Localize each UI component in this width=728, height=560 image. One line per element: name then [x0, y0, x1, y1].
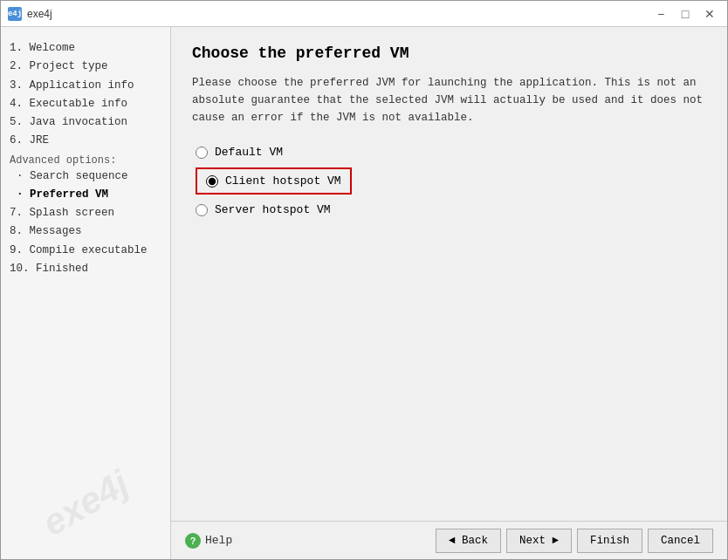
- radio-server-hotspot[interactable]: [196, 204, 208, 216]
- vm-radio-group: Default VM Client hotspot VM Server hots…: [192, 146, 706, 216]
- radio-option-client-hotspot[interactable]: Client hotspot VM: [196, 167, 352, 195]
- window-title: exe4j: [27, 8, 650, 20]
- finish-button[interactable]: Finish: [577, 529, 642, 553]
- sidebar-item-exec-info[interactable]: 4. Executable info: [10, 95, 161, 113]
- main-window: e4j exe4j − □ ✕ 1. Welcome 2. Project ty…: [0, 0, 728, 560]
- help-button[interactable]: ? Help: [185, 533, 232, 549]
- window-controls: − □ ✕: [650, 5, 720, 23]
- radio-option-server-hotspot[interactable]: Server hotspot VM: [196, 203, 706, 216]
- sidebar-item-splash[interactable]: 7. Splash screen: [10, 204, 161, 222]
- cancel-button[interactable]: Cancel: [648, 529, 713, 553]
- advanced-options-label: Advanced options:: [10, 154, 161, 167]
- app-icon: e4j: [8, 7, 22, 21]
- watermark: exe4j: [2, 443, 169, 559]
- back-button[interactable]: ◄ Back: [436, 529, 501, 553]
- sidebar-item-welcome[interactable]: 1. Welcome: [10, 39, 161, 58]
- page-description: Please choose the preferred JVM for laun…: [192, 74, 706, 126]
- help-icon: ?: [185, 533, 201, 549]
- content-area: Choose the preferred VM Please choose th…: [171, 27, 727, 521]
- sidebar-item-project-type[interactable]: 2. Project type: [10, 58, 161, 76]
- radio-label-server-hotspot: Server hotspot VM: [215, 203, 331, 216]
- radio-option-default-vm[interactable]: Default VM: [196, 146, 706, 159]
- sidebar-item-compile[interactable]: 9. Compile executable: [10, 242, 161, 260]
- icon-label: e4j: [8, 10, 22, 18]
- sidebar-item-app-info[interactable]: 3. Application info: [10, 77, 161, 95]
- page-title: Choose the preferred VM: [192, 44, 706, 62]
- footer-buttons: ◄ Back Next ► Finish Cancel: [436, 529, 713, 553]
- minimize-button[interactable]: −: [650, 5, 671, 23]
- sidebar-item-search-seq[interactable]: · Search sequence: [10, 167, 161, 186]
- sidebar: 1. Welcome 2. Project type 3. Applicatio…: [1, 27, 171, 559]
- main-content: 1. Welcome 2. Project type 3. Applicatio…: [1, 27, 727, 559]
- radio-label-default-vm: Default VM: [215, 146, 283, 159]
- close-button[interactable]: ✕: [699, 5, 720, 23]
- title-bar: e4j exe4j − □ ✕: [1, 1, 727, 27]
- footer: ? Help ◄ Back Next ► Finish Cancel: [171, 521, 727, 559]
- right-panel: Choose the preferred VM Please choose th…: [171, 27, 727, 559]
- next-button[interactable]: Next ►: [506, 529, 572, 553]
- radio-default-vm[interactable]: [196, 147, 208, 159]
- sidebar-item-finished[interactable]: 10. Finished: [10, 260, 161, 278]
- radio-client-hotspot[interactable]: [206, 175, 218, 188]
- sidebar-item-messages[interactable]: 8. Messages: [10, 222, 161, 241]
- sidebar-item-preferred-vm[interactable]: · Preferred VM: [10, 186, 161, 204]
- maximize-button[interactable]: □: [675, 5, 696, 23]
- help-label: Help: [205, 534, 232, 547]
- sidebar-item-jre[interactable]: 6. JRE: [10, 132, 161, 150]
- radio-label-client-hotspot: Client hotspot VM: [225, 174, 341, 188]
- sidebar-item-java-inv[interactable]: 5. Java invocation: [10, 113, 161, 132]
